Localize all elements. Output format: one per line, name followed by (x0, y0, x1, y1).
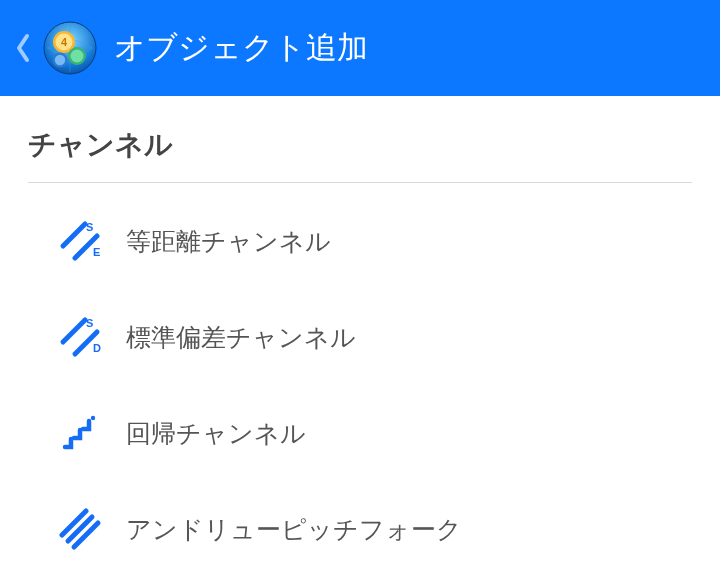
andrews-pitchfork-icon (58, 507, 102, 551)
section-title: チャンネル (0, 96, 720, 182)
list-item-equidistant-channel[interactable]: S E 等距離チャンネル (0, 193, 720, 289)
svg-text:S: S (86, 317, 93, 329)
svg-text:D: D (93, 342, 101, 354)
list-item-label: 標準偏差チャンネル (126, 321, 356, 354)
svg-text:4: 4 (61, 36, 68, 48)
svg-text:S: S (86, 221, 93, 233)
svg-line-20 (68, 517, 92, 541)
svg-point-9 (55, 55, 65, 65)
svg-text:E: E (93, 246, 100, 258)
app-logo-icon: 4 (42, 20, 98, 76)
svg-point-18 (91, 416, 95, 420)
list-item-label: 回帰チャンネル (126, 417, 306, 450)
stddev-channel-icon: S D (58, 315, 102, 359)
svg-line-14 (63, 320, 85, 342)
list-item-andrews-pitchfork[interactable]: アンドリューピッチフォーク (0, 481, 720, 577)
list-item-stddev-channel[interactable]: S D 標準偏差チャンネル (0, 289, 720, 385)
channel-list: S E 等距離チャンネル S D 標準偏差チャンネル (0, 183, 720, 577)
regression-channel-icon (58, 411, 102, 455)
back-chevron-icon (15, 33, 31, 63)
app-header: 4 オブジェクト追加 (0, 0, 720, 96)
svg-line-21 (74, 523, 98, 547)
back-button[interactable] (10, 28, 36, 68)
svg-line-19 (62, 511, 86, 535)
page-title: オブジェクト追加 (114, 27, 368, 69)
list-item-label: アンドリューピッチフォーク (126, 513, 462, 546)
list-item-label: 等距離チャンネル (126, 225, 331, 258)
equidistant-channel-icon: S E (58, 219, 102, 263)
list-item-regression-channel[interactable]: 回帰チャンネル (0, 385, 720, 481)
svg-line-10 (63, 224, 85, 246)
svg-point-7 (71, 50, 84, 63)
